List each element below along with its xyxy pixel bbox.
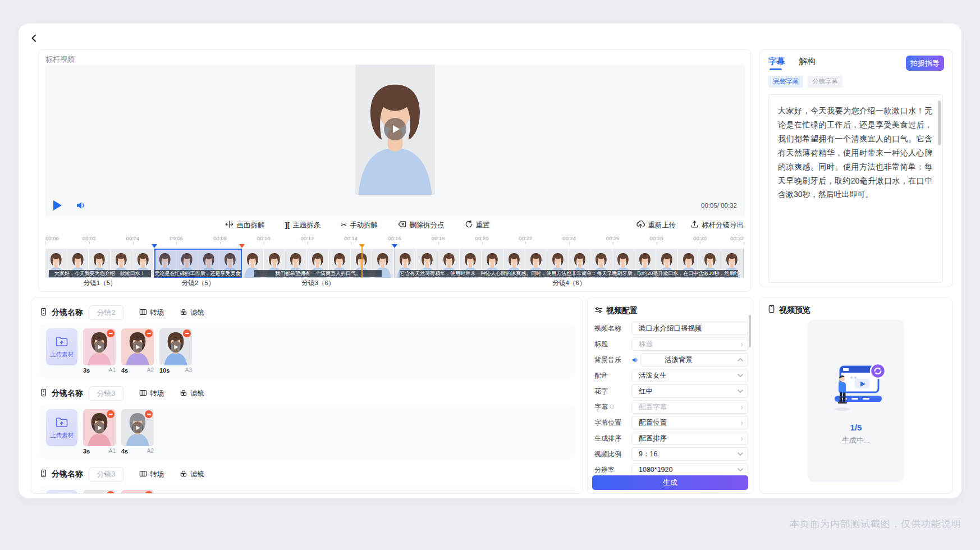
tab-deconstruct[interactable]: 解构: [799, 56, 816, 70]
clip-tag: A2: [147, 448, 154, 455]
ruler-tick-label: 00:28: [650, 235, 663, 241]
clip-item: 3s A1: [83, 409, 116, 454]
segment-label: 分镜4（6）: [395, 279, 744, 288]
toolbar-topic-split[interactable]: ][ 主题拆条: [285, 220, 320, 230]
storyboard-name-label: 分镜名称: [52, 308, 83, 318]
timeline-playhead[interactable]: [361, 244, 363, 278]
storyboard-name-input[interactable]: 分镜2: [89, 305, 123, 320]
clip-thumbnail[interactable]: [83, 409, 116, 446]
chevron-right-icon: ›: [740, 340, 743, 348]
timeline-segment[interactable]: 它含有天然薄荷精华，使用时带来一种沁人心脾的凉爽感。同时，使用方法也非常简单：每…: [395, 249, 744, 278]
clip-thumbnail[interactable]: [159, 328, 192, 365]
config-field-label: 配音: [594, 371, 631, 381]
filter-button[interactable]: 滤镜: [180, 470, 204, 479]
config-field-link[interactable]: 配置字幕 ›: [631, 400, 748, 414]
segment-caption: 无论是在忙碌的工作后，还是享受美食过后。: [154, 270, 241, 277]
segment-caption: 大家好，今天我要为您介绍一款漱口水！: [49, 270, 151, 277]
config-field-link[interactable]: 配置位置 ›: [631, 416, 748, 429]
timeline-marker-pin[interactable]: [392, 244, 397, 248]
timeline-ruler[interactable]: 00:0000:0200:0400:0600:0800:1000:1200:14…: [45, 234, 744, 244]
clip-thumbnail[interactable]: [121, 490, 154, 494]
toolbar-export[interactable]: 标杆分镜导出: [690, 220, 744, 230]
clip-tag: A1: [109, 367, 116, 374]
chevron-right-icon: ›: [740, 403, 743, 411]
split-toolbar: 画面拆解 ][ 主题拆条 ✂ 手动拆解 删除拆分点 重置 重新上传 标杆分镜导出: [45, 216, 744, 234]
toolbar-frame-split[interactable]: 画面拆解: [225, 220, 264, 230]
clip-play-icon[interactable]: [132, 341, 144, 353]
config-panel-title: 视频配置: [606, 306, 638, 316]
config-field-select-open[interactable]: 活泼背景: [640, 353, 748, 366]
timeline-segment[interactable]: 无论是在忙碌的工作后，还是享受美食过后。: [154, 249, 242, 278]
transition-button[interactable]: 转场: [139, 308, 164, 318]
clip-thumbnail[interactable]: [83, 490, 116, 494]
upload-material-button[interactable]: 上传素材: [46, 328, 77, 365]
chip-shot-subtitles[interactable]: 分镜字幕: [808, 76, 842, 88]
clip-play-icon[interactable]: [94, 422, 106, 434]
ruler-tick-label: 00:04: [126, 235, 140, 241]
clip-item: 4s A2: [121, 409, 154, 454]
config-field-select[interactable]: 红中: [631, 384, 748, 398]
clip-thumbnail[interactable]: [121, 328, 154, 365]
config-field-label: 背景音乐: [594, 355, 631, 365]
storyboard-name-input[interactable]: 分镜3: [89, 467, 123, 482]
chip-full-subtitles[interactable]: 完整字幕: [768, 76, 803, 88]
config-scrollbar[interactable]: [749, 315, 751, 347]
video-play-overlay-button[interactable]: [384, 118, 406, 140]
generate-button[interactable]: 生成: [592, 475, 748, 490]
upload-material-button[interactable]: 上传素材: [46, 490, 77, 494]
export-icon: [690, 220, 699, 230]
clip-play-icon[interactable]: [170, 341, 182, 353]
section-label-benchmark-video: 标杆视频: [45, 54, 744, 65]
config-field-input[interactable]: 漱口水介绍口播视频: [631, 322, 748, 335]
generation-progress: 1/5: [850, 423, 862, 432]
config-field-link[interactable]: 配置排序 ›: [631, 432, 748, 445]
volume-icon[interactable]: [75, 200, 86, 210]
remove-clip-button[interactable]: [145, 410, 153, 418]
toolbar-delete-point[interactable]: 删除拆分点: [398, 220, 445, 230]
subtitle-textbox[interactable]: 大家好，今天我要为您介绍一款漱口水！无论是在忙碌的工作后，还是享受美食过后，我们…: [768, 94, 943, 283]
filter-button[interactable]: 滤镜: [180, 308, 204, 318]
ruler-tick-label: 00:20: [475, 235, 489, 241]
toolbar-scissors[interactable]: ✂ 手动拆解: [341, 220, 378, 230]
config-field-link[interactable]: 标题 ›: [631, 337, 748, 351]
config-field-row: 字幕 配置字幕 ›: [594, 400, 748, 414]
remove-clip-button[interactable]: [107, 329, 115, 337]
clip-item: 3s A1: [83, 328, 116, 373]
clip-meta: 3s A1: [83, 367, 116, 374]
timeline-segment[interactable]: 我们都希望拥有一个清爽宜人的口气。: [242, 249, 395, 278]
subtitle-scrollbar[interactable]: [938, 100, 941, 145]
config-field-row: 标题 标题 ›: [594, 337, 748, 351]
clip-play-icon[interactable]: [94, 341, 106, 353]
toolbar-reupload[interactable]: 重新上传: [636, 220, 676, 230]
transition-button[interactable]: 转场: [139, 470, 164, 479]
tab-subtitles[interactable]: 字幕: [768, 56, 785, 70]
timeline-marker-pin[interactable]: [152, 244, 157, 248]
upload-material-button[interactable]: 上传素材: [46, 409, 77, 446]
clip-thumbnail[interactable]: [83, 328, 116, 365]
config-field-select[interactable]: 9：16: [631, 447, 748, 461]
clip-thumbnail[interactable]: [121, 409, 154, 446]
storyboard-name-input[interactable]: 分镜3: [89, 386, 123, 401]
ruler-tick-label: 00:30: [693, 235, 707, 241]
back-button[interactable]: [30, 34, 42, 46]
remove-clip-button[interactable]: [107, 410, 115, 418]
timeline-marker-pin[interactable]: [239, 244, 245, 248]
remove-clip-button[interactable]: [183, 329, 191, 337]
config-field-select[interactable]: 活泼女生: [631, 369, 748, 382]
shooting-guide-button[interactable]: 拍摄指导: [906, 56, 944, 71]
config-field-value: 活泼背景: [648, 355, 693, 365]
segment-caption: 它含有天然薄荷精华，使用时带来一种沁人心脾的凉爽感。同时，使用方法也非常简单：每…: [400, 270, 738, 277]
toolbar-reset[interactable]: 重置: [465, 220, 490, 230]
config-field-label: 视频名称: [594, 324, 631, 333]
config-field-value: 标题: [639, 340, 653, 349]
transition-button[interactable]: 转场: [139, 389, 164, 398]
timeline-segment[interactable]: 大家好，今天我要为您介绍一款漱口水！: [45, 249, 154, 278]
filter-button[interactable]: 滤镜: [180, 389, 204, 398]
remove-clip-button[interactable]: [145, 329, 153, 337]
play-button[interactable]: [53, 200, 62, 210]
clip-play-icon[interactable]: [132, 422, 144, 434]
config-field-select[interactable]: 1080*1920: [631, 463, 748, 476]
delete-point-icon: [398, 220, 406, 230]
config-field-row: 视频名称 漱口水介绍口播视频: [594, 322, 748, 335]
config-field-row: 花字 红中: [594, 384, 748, 398]
